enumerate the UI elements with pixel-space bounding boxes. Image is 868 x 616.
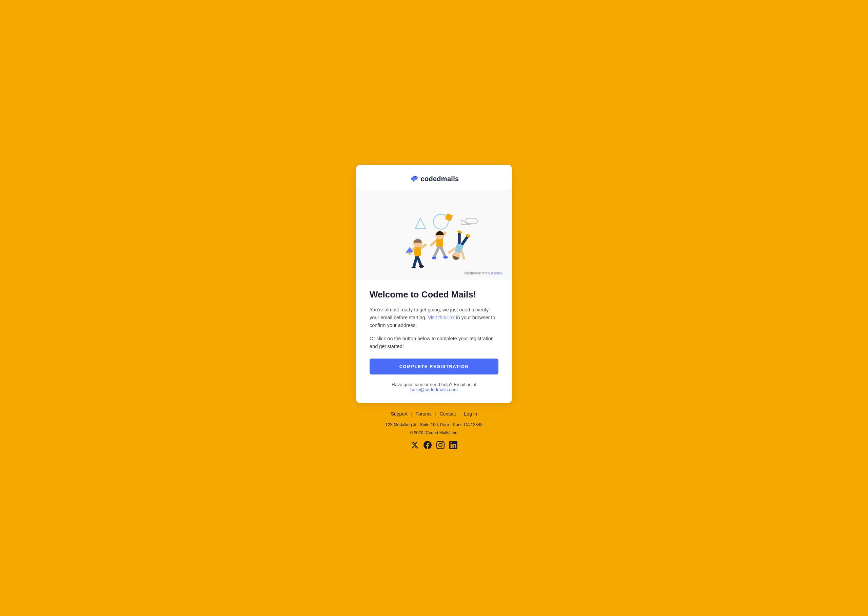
illustration	[387, 201, 481, 268]
svg-point-0	[415, 176, 416, 177]
footer-nav-login[interactable]: Log In	[461, 411, 481, 416]
visit-link[interactable]: Visit this link	[428, 315, 455, 320]
logo-bird-icon	[409, 174, 418, 184]
svg-line-19	[434, 248, 439, 257]
footer-nav-forums[interactable]: Forums	[412, 411, 435, 416]
svg-line-20	[441, 248, 445, 256]
footer-social	[385, 441, 483, 451]
svg-point-22	[443, 256, 448, 258]
body-paragraph-1: You're almost ready to get going, we jus…	[370, 306, 498, 330]
footer-nav: Support | Forums | Contact | Log In	[385, 411, 483, 416]
footer-nav-support[interactable]: Support	[387, 411, 411, 416]
icons8-link[interactable]: Icons8	[491, 271, 502, 275]
footer-nav-contact[interactable]: Contact	[436, 411, 459, 416]
svg-line-25	[456, 233, 462, 242]
instagram-icon[interactable]	[436, 441, 445, 451]
complete-registration-button[interactable]: COMPLETE REGISTRATION	[370, 358, 498, 374]
illustration-area: Illustration from Icons8	[356, 190, 512, 280]
card-header: codedmails	[356, 165, 512, 190]
illustration-credit: Illustration from Icons8	[363, 268, 505, 277]
facebook-icon[interactable]	[423, 441, 432, 451]
linkedin-icon[interactable]	[449, 441, 458, 451]
svg-line-12	[421, 245, 426, 248]
svg-line-7	[417, 255, 421, 266]
logo-area: codedmails	[356, 174, 512, 184]
svg-line-17	[431, 241, 436, 245]
svg-rect-3	[445, 213, 453, 221]
footer-address: 123 Medalling Jr., Suite 100, Parrot Par…	[385, 421, 483, 428]
svg-line-26	[462, 236, 468, 245]
svg-point-21	[432, 256, 436, 259]
help-text: Have questions or need help? Email us at…	[370, 382, 498, 392]
email-card: codedmails	[356, 165, 512, 403]
help-email-link[interactable]: hello@codedmails.com	[410, 387, 458, 392]
twitter-icon[interactable]	[410, 441, 419, 451]
card-body: Welcome to Coded Mails! You're almost re…	[356, 280, 512, 403]
body-paragraph-2: Or click on the button below to complete…	[370, 335, 498, 350]
logo-text: codedmails	[420, 175, 459, 183]
svg-marker-1	[415, 218, 426, 228]
footer: Support | Forums | Contact | Log In 123 …	[385, 411, 483, 451]
footer-copyright: © 2020 [Coded Mails] Inc.	[385, 429, 483, 436]
svg-point-9	[419, 265, 424, 268]
welcome-title: Welcome to Coded Mails!	[370, 289, 498, 300]
